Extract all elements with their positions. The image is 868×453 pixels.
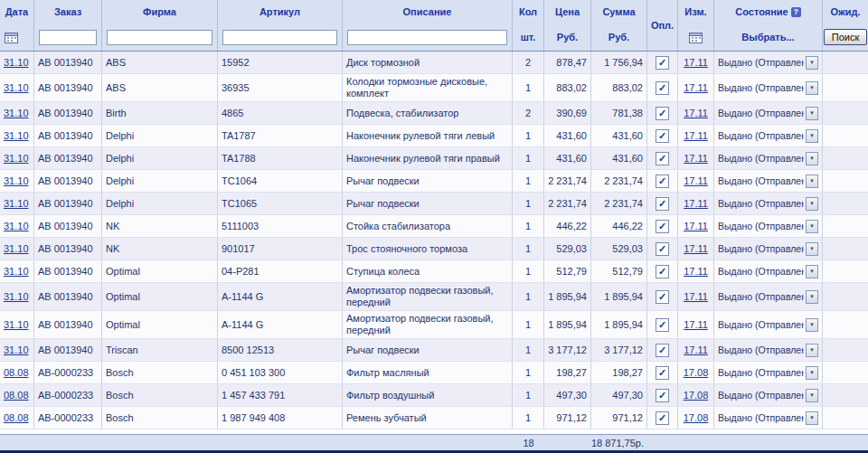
qty-cell: 2 [513,102,544,124]
changed-date-link[interactable]: 17.08 [684,390,709,401]
date-link[interactable]: 31.10 [4,130,29,142]
paid-checkbox[interactable]: ✓ [656,107,669,120]
status-dropdown[interactable]: ▼ [806,242,818,256]
calendar-icon[interactable] [689,32,703,43]
status-dropdown[interactable]: ▼ [806,56,818,70]
order-cell: АВ 0013940 [34,52,102,73]
date-link[interactable]: 31.10 [4,291,29,303]
status-value: Выдано (Отправлено) [718,57,804,69]
paid-checkbox[interactable]: ✓ [656,344,669,357]
status-dropdown[interactable]: ▼ [806,411,818,425]
paid-checkbox[interactable]: ✓ [656,129,669,143]
sum-value: 2 231,74 [604,198,643,210]
date-link[interactable]: 31.10 [4,243,29,255]
changed-date-link[interactable]: 17.11 [684,243,708,255]
paid-checkbox[interactable]: ✓ [656,366,669,380]
date-link[interactable]: 08.08 [4,390,29,401]
date-link[interactable]: 31.10 [4,344,29,356]
date-link[interactable]: 31.10 [4,198,29,210]
paid-checkbox[interactable]: ✓ [656,220,669,233]
date-link[interactable]: 31.10 [4,266,29,278]
status-dropdown[interactable]: ▼ [806,107,818,120]
changed-date-link[interactable]: 17.11 [684,266,708,278]
paid-checkbox[interactable]: ✓ [656,318,669,332]
changed-date-link[interactable]: 17.11 [684,291,708,303]
paid-checkbox[interactable]: ✓ [656,411,669,425]
changed-date-link[interactable]: 17.11 [684,57,708,69]
changed-date-link[interactable]: 17.11 [684,198,708,210]
changed-date-link[interactable]: 17.11 [684,319,708,331]
article-filter-input[interactable] [222,30,337,45]
status-dropdown[interactable]: ▼ [806,81,818,95]
qty-cell: 1 [513,260,544,282]
calendar-icon[interactable] [5,32,18,43]
date-link[interactable]: 31.10 [4,153,29,165]
paid-checkbox[interactable]: ✓ [656,56,669,70]
changed-date-link[interactable]: 17.11 [684,344,708,356]
date-link[interactable]: 08.08 [4,367,29,379]
date-cell: 31.10 [0,283,34,310]
check-icon: ✓ [658,109,666,118]
article-filter-area [218,24,342,51]
col-firm: Фирма [102,0,218,51]
sum-cell: 431,60 [591,125,647,146]
status-dropdown[interactable]: ▼ [806,344,818,357]
firm-filter-input[interactable] [107,30,212,45]
status-dropdown[interactable]: ▼ [806,318,818,332]
status-dropdown[interactable]: ▼ [806,197,818,211]
paid-checkbox[interactable]: ✓ [656,197,669,211]
paid-checkbox[interactable]: ✓ [656,152,669,165]
status-dropdown[interactable]: ▼ [806,290,818,304]
help-icon[interactable]: ? [791,7,801,17]
firm-cell: Triscan [102,339,218,361]
status-dropdown[interactable]: ▼ [806,389,818,402]
date-link[interactable]: 31.10 [4,108,29,119]
changed-date-link[interactable]: 17.11 [684,221,708,232]
qty-value: 1 [525,390,531,401]
paid-checkbox[interactable]: ✓ [656,242,669,256]
article-value: TC1065 [222,198,257,210]
col-price: Цена Руб. [544,0,591,51]
changed-date-link[interactable]: 17.11 [684,130,708,142]
status-dropdown[interactable]: ▼ [806,175,818,188]
status-value: Выдано (Отправлено) [718,82,804,94]
status-dropdown[interactable]: ▼ [806,366,818,380]
date-link[interactable]: 31.10 [4,175,29,187]
status-dropdown[interactable]: ▼ [806,220,818,233]
date-link[interactable]: 31.10 [4,57,29,69]
date-link[interactable]: 31.10 [4,82,29,94]
paid-checkbox[interactable]: ✓ [656,389,669,402]
status-dropdown[interactable]: ▼ [806,129,818,143]
firm-value: Delphi [106,175,134,187]
article-value: 1 457 433 791 [222,390,285,401]
status-choose-link[interactable]: Выбрать... [741,32,794,42]
sum-cell: 2 231,74 [591,193,647,214]
changed-date-link[interactable]: 17.11 [684,153,708,165]
paid-checkbox[interactable]: ✓ [656,81,669,95]
paid-checkbox[interactable]: ✓ [656,290,669,304]
date-cell: 08.08 [0,407,34,429]
changed-date-link[interactable]: 17.08 [684,412,709,424]
col-waiting-label: Ожид. [823,0,868,24]
order-filter-input[interactable] [39,30,97,45]
description-value: Рычаг подвески [346,175,420,187]
price-units-label: Руб. [557,32,578,42]
paid-checkbox[interactable]: ✓ [656,265,669,278]
firm-value: Triscan [106,344,138,356]
status-dropdown[interactable]: ▼ [806,265,818,278]
changed-date-link[interactable]: 17.11 [684,108,708,119]
firm-cell: Bosch [102,362,218,383]
paid-checkbox[interactable]: ✓ [656,175,669,188]
changed-date-link[interactable]: 17.11 [684,82,708,94]
article-cell: 04-P281 [218,260,343,282]
date-link[interactable]: 31.10 [4,319,29,331]
date-link[interactable]: 08.08 [4,412,29,424]
changed-date-link[interactable]: 17.08 [684,367,709,379]
date-link[interactable]: 31.10 [4,221,29,232]
search-button[interactable]: Поиск [824,29,867,45]
changed-date-link[interactable]: 17.11 [684,175,708,187]
qty-cell: 1 [513,311,544,338]
status-dropdown[interactable]: ▼ [806,152,818,165]
description-filter-input[interactable] [347,30,507,45]
price-cell: 971,12 [544,407,591,429]
